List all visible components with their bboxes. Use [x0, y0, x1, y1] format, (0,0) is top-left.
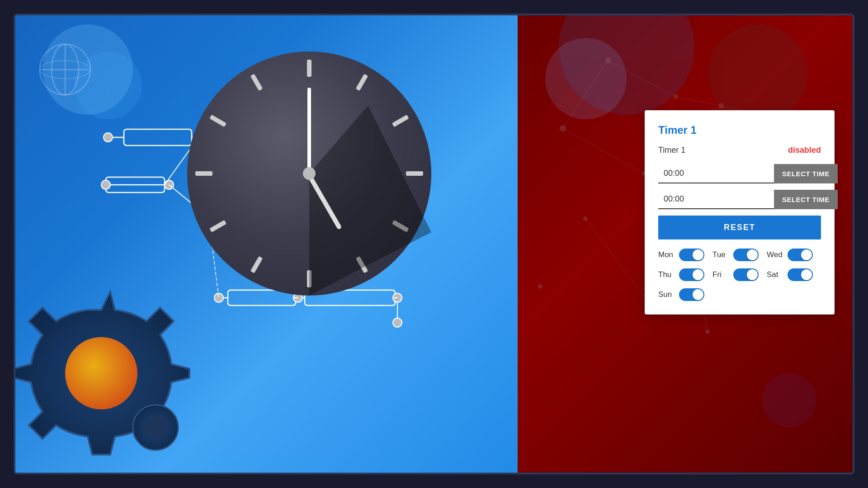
day-item-wed: Wed — [767, 249, 821, 261]
day-label-mon: Mon — [658, 250, 675, 259]
svg-rect-51 — [392, 115, 409, 127]
svg-line-22 — [585, 219, 653, 309]
clock-face — [187, 52, 431, 296]
svg-rect-57 — [209, 220, 226, 233]
days-row-3: Sun — [658, 288, 821, 301]
svg-point-63 — [303, 167, 316, 180]
day-label-fri: Fri — [712, 270, 729, 279]
main-frame: Timer 1 Timer 1 disabled SELECT TIME SEL… — [14, 14, 854, 474]
svg-point-47 — [393, 318, 402, 327]
svg-point-7 — [144, 416, 167, 439]
timer-name-label: Timer 1 — [658, 145, 685, 155]
toggle-thu[interactable] — [679, 268, 704, 281]
timer-panel: Timer 1 Timer 1 disabled SELECT TIME SEL… — [645, 110, 835, 314]
days-section: Mon Tue Wed — [658, 249, 821, 301]
svg-rect-56 — [250, 256, 263, 273]
day-label-thu: Thu — [658, 270, 675, 279]
day-label-wed: Wed — [767, 250, 783, 259]
toggle-sun[interactable] — [679, 288, 704, 301]
day-label-tue: Tue — [712, 250, 729, 259]
days-row-1: Mon Tue Wed — [658, 249, 821, 261]
toggle-sat[interactable] — [788, 268, 813, 281]
toggle-tue[interactable] — [733, 249, 759, 261]
time-input-1[interactable] — [658, 164, 774, 183]
svg-rect-27 — [124, 129, 192, 145]
reset-button[interactable]: RESET — [658, 216, 821, 239]
select-time-button-2[interactable]: SELECT TIME — [774, 190, 838, 209]
svg-rect-59 — [209, 115, 226, 127]
svg-rect-49 — [307, 60, 311, 77]
timer-status-row: Timer 1 disabled — [658, 145, 821, 155]
day-item-tue: Tue — [712, 249, 767, 261]
panel-title: Timer 1 — [658, 124, 821, 136]
svg-point-26 — [104, 133, 113, 142]
time-input-row-2: SELECT TIME — [658, 190, 821, 209]
day-item-fri: Fri — [712, 268, 767, 281]
days-row-2: Thu Fri Sat — [658, 268, 821, 281]
svg-line-24 — [563, 61, 608, 128]
day-item-sun: Sun — [658, 288, 821, 301]
select-time-button-1[interactable]: SELECT TIME — [774, 164, 838, 183]
svg-rect-50 — [356, 74, 368, 91]
svg-line-18 — [608, 61, 676, 97]
time-input-2[interactable] — [658, 190, 774, 209]
svg-rect-61 — [307, 88, 311, 174]
svg-rect-52 — [406, 171, 423, 176]
toggle-wed[interactable] — [788, 249, 813, 261]
time-input-row-1: SELECT TIME — [658, 164, 821, 183]
svg-line-20 — [563, 128, 644, 174]
clock-container — [187, 29, 431, 273]
toggle-fri[interactable] — [733, 268, 759, 281]
svg-rect-60 — [250, 74, 263, 91]
day-item-sat: Sat — [767, 268, 821, 281]
day-item-mon: Mon — [658, 249, 712, 261]
svg-rect-58 — [195, 171, 212, 176]
day-item-thu: Thu — [658, 268, 712, 281]
day-label-sat: Sat — [767, 270, 783, 279]
toggle-mon[interactable] — [679, 249, 704, 261]
timer-status-badge: disabled — [788, 145, 821, 155]
svg-line-19 — [676, 97, 721, 106]
globe-icon — [38, 42, 92, 97]
svg-point-33 — [101, 180, 110, 189]
svg-point-15 — [538, 284, 542, 289]
day-label-sun: Sun — [658, 290, 675, 299]
